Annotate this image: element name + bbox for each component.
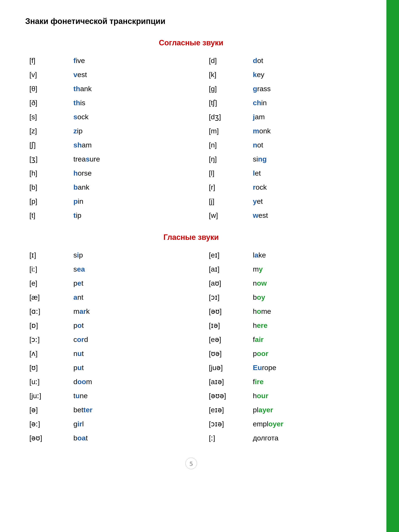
phonetic-symbol: [eɪ]: [204, 248, 249, 262]
phonetic-symbol: [h]: [25, 166, 69, 180]
phonetic-symbol: [w]: [204, 208, 249, 222]
phonetic-symbol: [v]: [25, 68, 69, 82]
phonetic-symbol: [əʊə]: [204, 389, 249, 403]
table-row: [s]sock[dʒ]jam: [25, 110, 357, 124]
phonetic-symbol: [ʊə]: [204, 347, 249, 361]
phonetic-symbol: [æ]: [25, 290, 69, 304]
phonetic-word: jam: [249, 110, 357, 124]
phonetic-symbol: [n]: [204, 138, 249, 152]
phonetic-word: monk: [249, 124, 357, 138]
phonetic-symbol: [juə]: [204, 361, 249, 375]
phonetic-symbol: [juː]: [25, 389, 69, 403]
page-number: 5: [185, 458, 197, 469]
phonetic-word: west: [249, 208, 357, 222]
phonetic-symbol: [aɪ]: [204, 262, 249, 276]
phonetic-word: sip: [69, 248, 178, 262]
phonetic-symbol: [z]: [25, 124, 69, 138]
phonetic-symbol: [ʊ]: [25, 361, 69, 375]
phonetic-symbol: [dʒ]: [204, 110, 249, 124]
phonetic-symbol: [ː]: [204, 431, 249, 445]
phonetic-symbol: [ɒ]: [25, 318, 69, 332]
phonetic-word: girl: [69, 417, 178, 431]
phonetic-word: sea: [69, 262, 178, 276]
phonetic-word: hour: [249, 389, 357, 403]
phonetic-symbol: [əː]: [25, 417, 69, 431]
phonetic-symbol: [eə]: [204, 332, 249, 347]
phonetic-symbol: [ɑː]: [25, 304, 69, 318]
vowels-section: Гласные звуки [ɪ]sip[eɪ]lake[iː]sea[aɪ]m…: [25, 233, 357, 445]
table-row: [ʃ]sham[n]not: [25, 138, 357, 152]
phonetic-word: nut: [69, 347, 178, 361]
table-row: [uː]doom[aɪə]fire: [25, 375, 357, 389]
phonetic-symbol: [p]: [25, 194, 69, 208]
phonetic-symbol: [t]: [25, 208, 69, 222]
phonetic-word: thank: [69, 82, 178, 96]
table-row: [ɪ]sip[eɪ]lake: [25, 248, 357, 262]
phonetic-word: cord: [69, 332, 178, 347]
phonetic-word: ant: [69, 290, 178, 304]
phonetic-symbol: [k]: [204, 68, 249, 82]
phonetic-word: player: [249, 403, 357, 417]
table-row: [ə]better[eɪə]player: [25, 403, 357, 417]
table-row: [æ]ant[ɔɪ]boy: [25, 290, 357, 304]
phonetic-word: rock: [249, 180, 357, 194]
consonants-section: Согласные звуки [f]five[d]dot[v]vest[k]k…: [25, 38, 357, 222]
phonetic-symbol: [ɪ]: [25, 248, 69, 262]
consonants-title: Согласные звуки: [25, 38, 357, 47]
green-side-bar: [386, 0, 399, 532]
phonetic-symbol: [g]: [204, 82, 249, 96]
phonetic-word: fair: [249, 332, 357, 347]
phonetic-word: zip: [69, 124, 178, 138]
phonetic-word: five: [69, 54, 178, 68]
phonetic-word: sham: [69, 138, 178, 152]
phonetic-word: my: [249, 262, 357, 276]
table-row: [z]zip[m]monk: [25, 124, 357, 138]
phonetic-symbol: [j]: [204, 194, 249, 208]
table-row: [əː]girl[ɔɪə]employer: [25, 417, 357, 431]
phonetic-symbol: [eɪə]: [204, 403, 249, 417]
phonetic-symbol: [əʊ]: [204, 304, 249, 318]
phonetic-symbol: [ð]: [25, 96, 69, 110]
table-row: [h]horse[l]let: [25, 166, 357, 180]
table-row: [iː]sea[aɪ]my: [25, 262, 357, 276]
phonetic-word: pet: [69, 276, 178, 290]
phonetic-symbol: [ɪə]: [204, 318, 249, 332]
table-row: [ʌ]nut[ʊə]poor: [25, 347, 357, 361]
phonetic-symbol: [l]: [204, 166, 249, 180]
phonetic-word: treasure: [69, 152, 178, 166]
phonetic-word: horse: [69, 166, 178, 180]
table-row: [f]five[d]dot: [25, 54, 357, 68]
phonetic-word: lake: [249, 248, 357, 262]
table-row: [juː]tune[əʊə]hour: [25, 389, 357, 403]
table-row: [t]tip[w]west: [25, 208, 357, 222]
phonetic-word: vest: [69, 68, 178, 82]
table-row: [b]bank[r]rock: [25, 180, 357, 194]
phonetic-symbol: [ə]: [25, 403, 69, 417]
table-row: [ʒ]treasure[ŋ]sing: [25, 152, 357, 166]
phonetic-word: not: [249, 138, 357, 152]
phonetic-word: home: [249, 304, 357, 318]
phonetic-word: pot: [69, 318, 178, 332]
consonants-table: [f]five[d]dot[v]vest[k]key[θ]thank[g]gra…: [25, 54, 357, 222]
phonetic-symbol: [f]: [25, 54, 69, 68]
phonetic-word: put: [69, 361, 178, 375]
phonetic-word: sock: [69, 110, 178, 124]
phonetic-symbol: [θ]: [25, 82, 69, 96]
phonetic-word: mark: [69, 304, 178, 318]
table-row: [v]vest[k]key: [25, 68, 357, 82]
phonetic-word: bank: [69, 180, 178, 194]
table-row: [əʊ]boat[ː]долгота: [25, 431, 357, 445]
phonetic-word: doom: [69, 375, 178, 389]
table-row: [ɔː]cord[eə]fair: [25, 332, 357, 347]
phonetic-symbol: [ŋ]: [204, 152, 249, 166]
phonetic-word: grass: [249, 82, 357, 96]
vowels-title: Гласные звуки: [25, 233, 357, 242]
phonetic-symbol: [ʌ]: [25, 347, 69, 361]
phonetic-word: poor: [249, 347, 357, 361]
phonetic-word: boy: [249, 290, 357, 304]
phonetic-word: let: [249, 166, 357, 180]
phonetic-symbol: [m]: [204, 124, 249, 138]
phonetic-word: key: [249, 68, 357, 82]
phonetic-symbol: [ʃ]: [25, 138, 69, 152]
phonetic-symbol: [ɔɪə]: [204, 417, 249, 431]
